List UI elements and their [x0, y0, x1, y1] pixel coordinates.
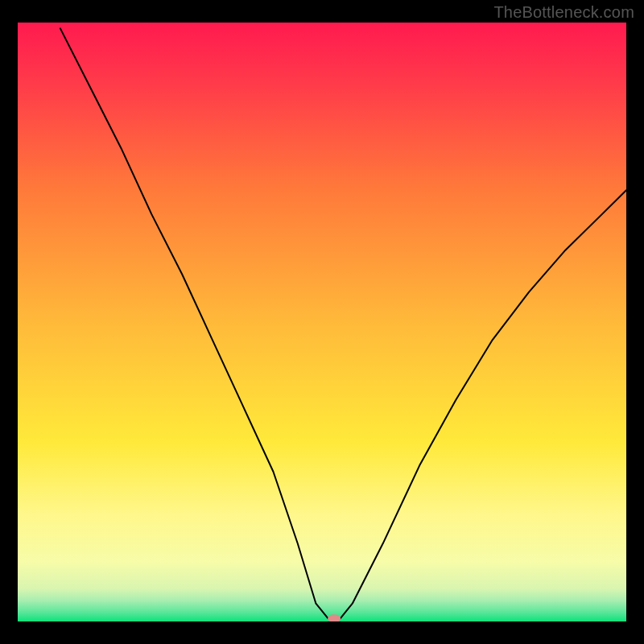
chart-frame: TheBottleneck.com — [0, 0, 644, 644]
gradient-background — [18, 23, 626, 621]
chart-svg — [18, 23, 626, 621]
watermark-text: TheBottleneck.com — [493, 3, 634, 22]
plot-area — [18, 23, 626, 621]
